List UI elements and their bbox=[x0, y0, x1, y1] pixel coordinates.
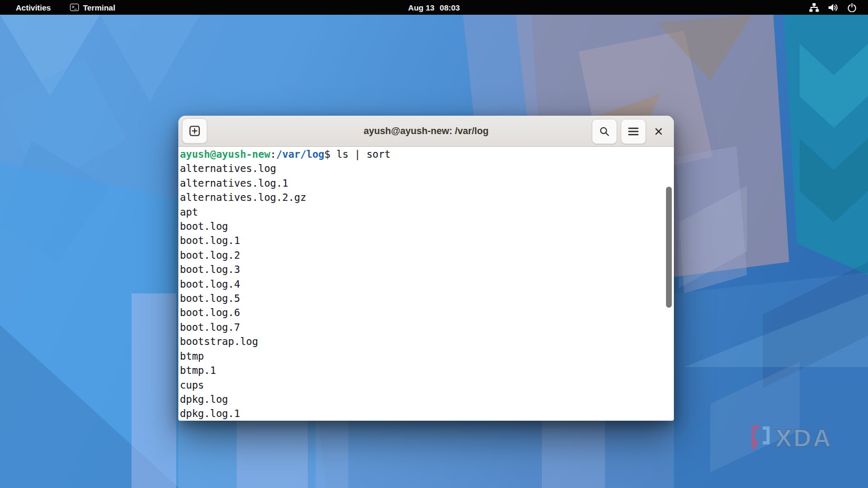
new-tab-button[interactable] bbox=[182, 118, 207, 144]
terminal-output-line: btmp.1 bbox=[180, 363, 674, 378]
terminal-output-line: dpkg.log.1 bbox=[180, 406, 674, 421]
hamburger-menu-icon bbox=[628, 127, 639, 136]
terminal-output-line: boot.log.4 bbox=[180, 277, 674, 291]
close-icon bbox=[655, 128, 662, 135]
prompt-colon: : bbox=[270, 148, 276, 160]
menu-button[interactable] bbox=[621, 119, 646, 144]
terminal-output-line: boot.log.5 bbox=[180, 291, 674, 306]
search-icon bbox=[599, 126, 610, 137]
window-headerbar[interactable]: ayush@ayush-new: /var/log bbox=[178, 116, 674, 147]
terminal-output-line: alternatives.log.2.gz bbox=[180, 190, 674, 205]
new-tab-icon bbox=[188, 125, 201, 137]
terminal-output-line: alternatives.log.1 bbox=[180, 176, 674, 190]
xda-logo-icon bbox=[750, 424, 772, 451]
terminal-output-line: boot.log bbox=[180, 219, 674, 233]
terminal-output-line: alternatives.log bbox=[180, 161, 674, 176]
prompt-path: /var/log bbox=[276, 148, 325, 160]
prompt-user-host: ayush@ayush-new bbox=[180, 148, 270, 160]
search-button[interactable] bbox=[592, 119, 617, 144]
xda-watermark-text: XDA bbox=[775, 425, 832, 450]
terminal-prompt-line: ayush@ayush-new:/var/log$ ls | sort bbox=[180, 147, 674, 161]
clock-menu[interactable]: Aug 13 08:03 bbox=[408, 0, 460, 15]
terminal-icon: >_ bbox=[70, 4, 79, 11]
terminal-output: alternatives.logalternatives.log.1altern… bbox=[180, 161, 674, 421]
app-menu-terminal[interactable]: >_ Terminal bbox=[70, 3, 115, 12]
activities-button[interactable]: Activities bbox=[16, 3, 51, 12]
terminal-output-line: btmp bbox=[180, 349, 674, 363]
terminal-output-line: boot.log.3 bbox=[180, 262, 674, 277]
clock-date: Aug 13 bbox=[408, 3, 435, 12]
clock-time: 08:03 bbox=[440, 3, 460, 12]
app-menu-label: Terminal bbox=[83, 3, 115, 12]
power-icon bbox=[847, 3, 856, 12]
terminal-output-line: dpkg.log bbox=[180, 392, 674, 406]
xda-watermark: XDA bbox=[750, 424, 832, 451]
top-bar: Activities >_ Terminal Aug 13 08:03 bbox=[0, 0, 868, 15]
terminal-scrollbar-thumb[interactable] bbox=[666, 187, 672, 308]
terminal-window: ayush@ayush-new: /var/log bbox=[178, 116, 674, 421]
terminal-output-line: boot.log.7 bbox=[180, 320, 674, 334]
terminal-output-line: bootstrap.log bbox=[180, 334, 674, 349]
terminal-output-line: boot.log.1 bbox=[180, 233, 674, 248]
system-status-area[interactable] bbox=[809, 0, 868, 15]
window-title: ayush@ayush-new: /var/log bbox=[364, 126, 489, 137]
terminal-view[interactable]: ayush@ayush-new:/var/log$ ls | sort alte… bbox=[178, 147, 674, 421]
desktop-screen: Activities >_ Terminal Aug 13 08:03 bbox=[0, 0, 868, 488]
network-tree-icon bbox=[809, 3, 819, 12]
terminal-output-line: apt bbox=[180, 205, 674, 219]
terminal-output-line: cups bbox=[180, 378, 674, 392]
speaker-icon bbox=[828, 3, 839, 12]
terminal-output-line: boot.log.6 bbox=[180, 306, 674, 320]
prompt-command: $ ls | sort bbox=[325, 148, 391, 160]
terminal-output-line: boot.log.2 bbox=[180, 248, 674, 262]
close-button[interactable] bbox=[650, 123, 668, 140]
